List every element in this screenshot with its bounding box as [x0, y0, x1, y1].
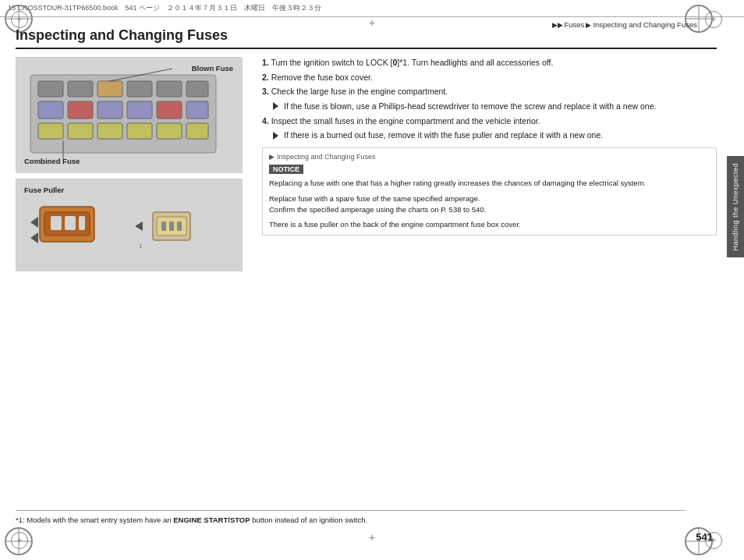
- svg-rect-34: [177, 222, 182, 231]
- svg-rect-33: [169, 222, 174, 231]
- step-1-num: 1.: [262, 58, 269, 67]
- notice-paragraph-1: Replacing a fuse with one that has a hig…: [269, 178, 710, 189]
- svg-rect-32: [161, 222, 166, 231]
- svg-rect-19: [186, 123, 208, 139]
- step-4-text: Inspect the small fuses in the engine co…: [271, 116, 540, 126]
- step-3-text: Check the large fuse in the engine compa…: [271, 87, 448, 96]
- svg-rect-7: [186, 81, 208, 97]
- svg-rect-17: [127, 123, 152, 139]
- svg-rect-26: [65, 216, 76, 230]
- page-title: Inspecting and Changing Fuses: [16, 27, 717, 49]
- tri-right-3: [273, 102, 278, 110]
- svg-rect-11: [127, 101, 152, 119]
- notice-arrow: ▶: [269, 153, 275, 161]
- footnote-bold: ENGINE START/STOP: [173, 516, 250, 524]
- step-4-num: 4.: [262, 116, 269, 126]
- arrow-symbol-4: [273, 129, 281, 141]
- step-1: 1. Turn the ignition switch to LOCK [0]*…: [262, 57, 717, 69]
- step-3-num: 3.: [262, 87, 269, 96]
- step-2: 2. Remove the fuse box cover.: [262, 72, 717, 83]
- fuse-diagram-box: Blown Fuse Combined Fuse: [16, 57, 242, 172]
- steps-section: 1. Turn the ignition switch to LOCK [0]*…: [262, 57, 717, 141]
- footnote: *1: Models with the smart entry system h…: [16, 510, 686, 525]
- notice-subheader: ▶ Inspecting and Changing Fuses: [269, 153, 710, 161]
- step-1-text: Turn the ignition switch to LOCK [0]*1. …: [271, 58, 554, 67]
- svg-rect-5: [127, 81, 152, 97]
- step-2-num: 2.: [262, 73, 269, 82]
- blown-fuse-label: Blown Fuse: [192, 64, 233, 73]
- svg-rect-13: [186, 101, 208, 119]
- fuse-puller-box: ↕ Fuse Puller: [16, 179, 242, 271]
- corner-crosshair-tr: [705, 11, 722, 28]
- main-content: Inspecting and Changing Fuses: [16, 27, 717, 525]
- svg-rect-10: [97, 101, 122, 119]
- step-4: 4. Inspect the small fuses in the engine…: [262, 115, 717, 127]
- tri-right-4: [273, 132, 278, 140]
- footnote-text-after: button instead of an ignition switch.: [250, 516, 368, 524]
- step-3-arrow: If the fuse is blown, use a Phillips-hea…: [262, 101, 717, 112]
- svg-text:↕: ↕: [139, 242, 143, 250]
- step-2-text: Remove the fuse box cover.: [271, 73, 373, 82]
- cross-mark-bottom-center: +: [367, 532, 377, 543]
- fuse-illustration-svg: [16, 58, 243, 173]
- svg-rect-12: [157, 101, 182, 119]
- corner-crosshair-bl: [11, 532, 28, 549]
- svg-rect-25: [51, 216, 62, 230]
- notice-paragraph-3: There is a fuse puller on the back of th…: [269, 219, 710, 230]
- notice-paragraph-2: Replace fuse with a spare fuse of the sa…: [269, 193, 710, 215]
- top-bar: 15 CROSSTOUR-31TP66500.book 541 ページ ２０１４…: [0, 0, 744, 17]
- combined-fuse-label: Combined Fuse: [24, 157, 80, 165]
- svg-rect-2: [38, 81, 63, 97]
- svg-rect-14: [38, 123, 63, 139]
- corner-crosshair-tl: [11, 11, 28, 28]
- step-3-arrow-text: If the fuse is blown, use a Phillips-hea…: [284, 101, 656, 112]
- svg-rect-15: [68, 123, 93, 139]
- svg-rect-3: [68, 81, 93, 97]
- svg-rect-27: [79, 216, 85, 230]
- notice-badge: NOTICE: [269, 165, 303, 174]
- svg-rect-6: [157, 81, 182, 97]
- notice-section: ▶ Inspecting and Changing Fuses NOTICE R…: [262, 147, 717, 236]
- side-tab: Handling the Unexpected: [727, 156, 744, 257]
- svg-rect-8: [38, 101, 63, 119]
- step-4-arrow-text: If there is a burned out fuse, remove it…: [284, 129, 603, 141]
- fuse-puller-label: Fuse Puller: [24, 186, 64, 194]
- right-column: 1. Turn the ignition switch to LOCK [0]*…: [262, 57, 717, 271]
- side-tab-label: Handling the Unexpected: [732, 163, 739, 251]
- footnote-text-before: Models with the smart entry system have …: [27, 516, 173, 524]
- content-columns: Blown Fuse Combined Fuse: [16, 57, 717, 271]
- step-3: 3. Check the large fuse in the engine co…: [262, 86, 717, 97]
- file-info: 15 CROSSTOUR-31TP66500.book 541 ページ ２０１４…: [8, 3, 321, 13]
- notice-subheader-text: Inspecting and Changing Fuses: [277, 153, 376, 161]
- cross-mark-top-center: +: [367, 17, 377, 28]
- svg-rect-9: [68, 101, 93, 119]
- left-column: Blown Fuse Combined Fuse: [16, 57, 250, 271]
- step-4-arrow: If there is a burned out fuse, remove it…: [262, 129, 717, 141]
- page-number: 541: [696, 531, 713, 543]
- arrow-symbol-3: [273, 101, 281, 112]
- svg-rect-4: [97, 81, 122, 97]
- footnote-marker: *1:: [16, 516, 25, 524]
- svg-rect-16: [97, 123, 122, 139]
- svg-rect-18: [157, 123, 182, 139]
